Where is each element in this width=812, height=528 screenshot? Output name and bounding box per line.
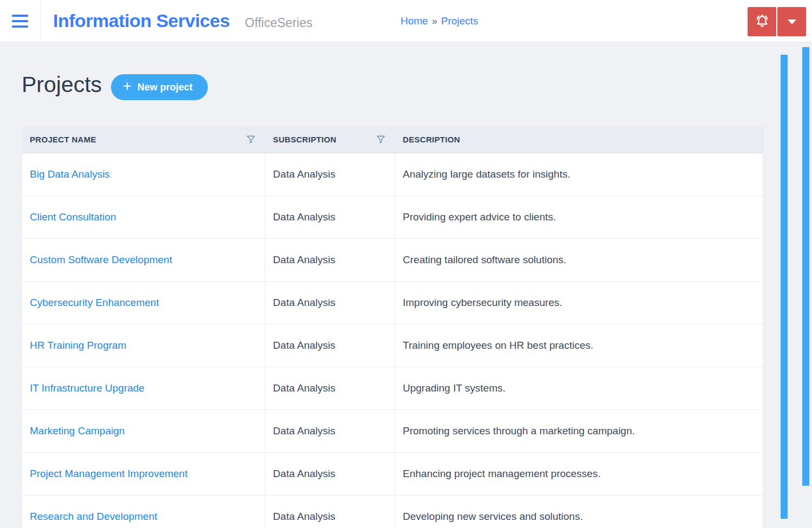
table-header-row: PROJECT NAME SUBSCRIPTION DESCRIPTION [22, 126, 763, 153]
description-cell: Providing expert advice to clients. [395, 196, 763, 238]
subscription-cell-text: Data Analysis [273, 425, 335, 437]
subscription-cell-text: Data Analysis [273, 511, 335, 523]
plus-icon: + [123, 79, 132, 94]
subscription-cell: Data Analysis [265, 282, 395, 324]
project-name-link[interactable]: Big Data Analysis [30, 168, 110, 180]
page-title: Projects [22, 72, 102, 97]
subscription-cell: Data Analysis [265, 453, 395, 495]
filter-funnel-icon[interactable] [376, 134, 386, 145]
subscription-cell-text: Data Analysis [273, 382, 335, 394]
table-body: Big Data Analysis Data Analysis Analyzin… [22, 153, 763, 528]
project-name-link[interactable]: Cybersecurity Enhancement [30, 297, 159, 309]
subscription-cell: Data Analysis [265, 153, 395, 195]
app-subtitle: OfficeSeries [245, 16, 312, 30]
description-cell: Creating tailored software solutions. [395, 239, 763, 281]
project-name-cell: HR Training Program [22, 324, 265, 367]
column-header-project-name: PROJECT NAME [22, 126, 265, 153]
header-actions [748, 7, 806, 36]
table-row: Project Management Improvement Data Anal… [22, 453, 763, 496]
breadcrumb: Home » Projects [401, 0, 478, 42]
project-name-cell: Cybersecurity Enhancement [22, 282, 265, 324]
project-name-cell: Custom Software Development [22, 239, 265, 281]
subscription-cell-text: Data Analysis [273, 297, 335, 309]
project-name-cell: IT Infrastructure Upgrade [22, 367, 265, 409]
subscription-cell-text: Data Analysis [273, 340, 335, 351]
description-cell: Training employees on HR best practices. [395, 324, 763, 367]
column-header-label: DESCRIPTION [403, 135, 460, 144]
app-header: Information Services OfficeSeries Home »… [0, 0, 812, 42]
breadcrumb-home-link[interactable]: Home [401, 15, 428, 27]
project-name-link[interactable]: HR Training Program [30, 340, 126, 351]
description-cell-text: Analyzing large datasets for insights. [403, 168, 570, 180]
description-cell-text: Providing expert advice to clients. [403, 211, 556, 223]
description-cell-text: Developing new services and solutions. [403, 511, 583, 523]
menu-icon[interactable] [0, 0, 41, 42]
subscription-cell-text: Data Analysis [273, 468, 335, 480]
description-cell-text: Improving cybersecurity measures. [403, 297, 562, 309]
subscription-cell: Data Analysis [265, 367, 395, 409]
notifications-bell-icon [754, 14, 770, 30]
breadcrumb-separator: » [432, 16, 437, 27]
column-header-label: SUBSCRIPTION [273, 135, 336, 144]
table-row: Marketing Campaign Data Analysis Promoti… [22, 410, 763, 453]
chevron-down-icon [788, 19, 796, 24]
subscription-cell-text: Data Analysis [273, 168, 335, 180]
account-dropdown-button[interactable] [777, 7, 806, 36]
description-cell: Promoting services through a marketing c… [395, 410, 763, 452]
column-header-description: DESCRIPTION [395, 126, 763, 153]
description-cell-text: Enhancing project management processes. [403, 468, 600, 480]
description-cell-text: Upgrading IT systems. [403, 382, 506, 394]
subscription-cell: Data Analysis [265, 239, 395, 281]
app-title: Information Services [53, 10, 230, 31]
content-scrollbar[interactable] [781, 55, 788, 519]
description-cell: Upgrading IT systems. [395, 367, 763, 409]
table-row: Custom Software Development Data Analysi… [22, 239, 763, 282]
table-row: Cybersecurity Enhancement Data Analysis … [22, 282, 763, 324]
column-header-subscription: SUBSCRIPTION [265, 126, 395, 153]
description-cell-text: Creating tailored software solutions. [403, 254, 566, 266]
project-name-link[interactable]: Custom Software Development [30, 254, 172, 266]
project-name-cell: Big Data Analysis [22, 153, 265, 195]
project-name-link[interactable]: Project Management Improvement [30, 468, 187, 480]
subscription-cell: Data Analysis [265, 196, 395, 238]
subscription-cell-text: Data Analysis [273, 211, 335, 223]
description-cell: Analyzing large datasets for insights. [395, 153, 763, 195]
project-name-link[interactable]: Research and Development [30, 511, 158, 523]
table-row: HR Training Program Data Analysis Traini… [22, 324, 763, 367]
notifications-button[interactable] [748, 7, 776, 36]
project-name-link[interactable]: Client Consultation [30, 211, 116, 223]
column-header-label: PROJECT NAME [30, 135, 96, 144]
new-project-button[interactable]: + New project [111, 74, 208, 100]
subscription-cell-text: Data Analysis [273, 254, 335, 266]
table-row: Big Data Analysis Data Analysis Analyzin… [22, 153, 763, 196]
description-cell: Improving cybersecurity measures. [395, 282, 763, 324]
project-name-link[interactable]: Marketing Campaign [30, 425, 125, 437]
table-row: Research and Development Data Analysis D… [22, 496, 763, 528]
brand: Information Services OfficeSeries [53, 10, 312, 31]
window-scrollbar[interactable] [802, 47, 809, 486]
project-name-cell: Client Consultation [22, 196, 265, 238]
breadcrumb-projects-link[interactable]: Projects [441, 15, 479, 27]
project-name-cell: Research and Development [22, 496, 265, 528]
subscription-cell: Data Analysis [265, 324, 395, 367]
project-name-cell: Marketing Campaign [22, 410, 265, 452]
description-cell: Enhancing project management processes. [395, 453, 763, 495]
subscription-cell: Data Analysis [265, 410, 395, 452]
projects-table: PROJECT NAME SUBSCRIPTION DESCRIPTION Bi… [22, 126, 763, 528]
description-cell-text: Promoting services through a marketing c… [403, 425, 635, 437]
project-name-cell: Project Management Improvement [22, 453, 265, 495]
filter-funnel-icon[interactable] [246, 134, 256, 145]
subscription-cell: Data Analysis [265, 496, 395, 528]
description-cell: Developing new services and solutions. [395, 496, 763, 528]
description-cell-text: Training employees on HR best practices. [403, 340, 593, 351]
new-project-label: New project [137, 82, 193, 93]
table-row: IT Infrastructure Upgrade Data Analysis … [22, 367, 763, 410]
project-name-link[interactable]: IT Infrastructure Upgrade [30, 382, 145, 394]
table-row: Client Consultation Data Analysis Provid… [22, 196, 763, 239]
